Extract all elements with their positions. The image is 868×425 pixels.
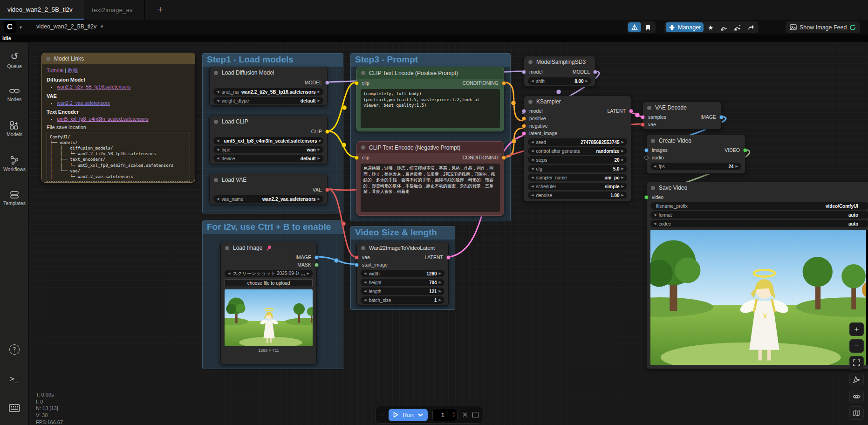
node-clip-text-encode-negative[interactable]: CLIP Text Encode (Negative Prompt) clip …	[356, 141, 504, 216]
chevron-down-icon[interactable]: ▼	[19, 25, 23, 30]
input-latent-image-port[interactable]	[522, 131, 526, 136]
node-wan22-image-to-video-latent[interactable]: Wan22ImageToVideoLatent vae LATENT start…	[356, 242, 449, 306]
text-encoder-link[interactable]: umt5_xxl_fp8_e4m3fn_scaled.safetensors	[57, 116, 149, 122]
input-start-image-port[interactable]	[355, 263, 359, 267]
output-conditioning-port[interactable]	[502, 156, 506, 160]
node-ksampler[interactable]: KSampler model LATENT positive negative …	[524, 96, 631, 202]
node-create-video[interactable]: Create Video images VIDEO audio ◀ fps 24…	[646, 135, 745, 174]
sidebar-item-models[interactable]: Models	[0, 121, 29, 137]
graph-view-button[interactable]	[628, 22, 641, 32]
widget-shift[interactable]: ◀ shift 8.00▶	[528, 77, 591, 85]
widget-sampler-name[interactable]: ◀ sampler_name uni_pc▶	[528, 174, 627, 181]
manager-button[interactable]: Manager	[666, 22, 704, 32]
collapse-dot[interactable]	[361, 71, 365, 75]
collapse-dot[interactable]	[225, 246, 229, 250]
widget-device[interactable]: ◀ device default▶	[213, 155, 323, 162]
sidebar-item-workflows[interactable]: Workflows	[0, 156, 29, 172]
sidebar-item-queue[interactable]: ↺ Queue	[0, 51, 29, 69]
output-latent-port[interactable]	[446, 255, 451, 260]
widget-codec[interactable]: ◀ codec auto	[650, 220, 868, 227]
input-clip-port[interactable]	[355, 156, 359, 160]
share-button[interactable]	[745, 22, 757, 32]
workflow-name-dropdown[interactable]: video_wan2_2_5B_ti2v ▼	[36, 23, 104, 30]
input-vae-port[interactable]	[355, 255, 359, 260]
collapse-dot[interactable]	[528, 60, 533, 64]
comfyui-logo-icon[interactable]: C	[4, 21, 16, 33]
refresh-green-icon[interactable]	[849, 24, 856, 31]
widget-width[interactable]: ◀ width 1280▶	[361, 270, 444, 277]
sidebar-item-help[interactable]: ?	[0, 344, 29, 356]
widget-unet-name[interactable]: ◀ unet_name wan2.2_ti2v_5B_fp16.safetens…	[213, 88, 323, 96]
widget-seed[interactable]: ◀ seed 274785682553745▶	[528, 138, 627, 146]
positive-prompt-text[interactable]: (completely, full body) (portrait,portra…	[361, 89, 500, 128]
tab-text2image[interactable]: text2image_av	[84, 0, 145, 20]
input-video-port[interactable]	[644, 195, 649, 199]
collapse-dot[interactable]	[46, 57, 50, 61]
vae-link[interactable]: wan2.2_vae.safetensors	[57, 100, 110, 106]
sidebar-item-nodes[interactable]: Nodes	[0, 87, 29, 102]
input-model-port[interactable]	[522, 70, 526, 74]
output-video-port[interactable]	[743, 148, 747, 152]
collapse-dot[interactable]	[214, 71, 218, 75]
sidebar-item-shortcuts[interactable]	[0, 404, 29, 413]
bookmark-button[interactable]	[642, 22, 654, 32]
input-audio-port[interactable]	[644, 156, 649, 160]
fit-view-button[interactable]	[849, 356, 864, 370]
widget-image-file[interactable]: ◀ スクリーンショット 2025-09-10 ...▶	[225, 270, 313, 277]
widget-weight-dtype[interactable]: ◀ weight_dtype default▶	[213, 97, 323, 104]
widget-height[interactable]: ◀ height 704▶	[361, 279, 444, 286]
input-negative-port[interactable]	[522, 124, 526, 128]
note-node-model-links[interactable]: Model Links Tutorial | 教程 Diffusion Mode…	[41, 53, 195, 183]
stop-button[interactable]	[472, 412, 478, 418]
minimap-button[interactable]	[849, 406, 864, 420]
node-vae-decode[interactable]: VAE Decode samples IMAGE vae	[642, 102, 722, 130]
drag-handle[interactable]: ∷	[380, 414, 384, 416]
output-clip-port[interactable]	[325, 130, 329, 134]
collapse-dot[interactable]	[651, 186, 655, 190]
sidebar-item-terminal[interactable]: >_	[0, 374, 29, 384]
widget-scheduler[interactable]: ◀ scheduler simple▶	[528, 183, 627, 190]
favorites-button[interactable]: ★	[704, 22, 717, 32]
widget-clip-name[interactable]: ◀ clip_… umt5_xxl_fp8_e4m3fn_scaled.safe…	[213, 137, 323, 144]
node-model-sampling-sd3[interactable]: ModelSamplingSD3 model MODEL ◀ shift 8.0…	[524, 56, 595, 87]
choose-file-button[interactable]: choose file to upload	[225, 279, 313, 287]
sidebar-item-templates[interactable]: Templates	[0, 191, 29, 206]
widget-fps[interactable]: ◀ fps 24▶	[650, 163, 741, 170]
input-samples-port[interactable]	[641, 115, 645, 119]
collapse-dot[interactable]	[647, 106, 651, 110]
clean-workflow-button[interactable]	[718, 22, 730, 32]
collapse-dot[interactable]	[361, 145, 365, 150]
tutorial-zh-link[interactable]: 教程	[68, 68, 78, 73]
widget-cfg[interactable]: ◀ cfg 5.0▶	[528, 165, 627, 172]
node-load-diffusion-model[interactable]: Load Diffusion Model MODEL ◀ unet_name w…	[209, 67, 328, 106]
node-load-vae[interactable]: Load VAE VAE ◀ vae_name wan2.2_vae.safet…	[209, 174, 328, 204]
clean-all-button[interactable]	[731, 22, 744, 32]
chevron-down-icon[interactable]	[418, 413, 423, 417]
widget-denoise[interactable]: ◀ denoise 1.00▶	[528, 192, 627, 199]
collapse-dot[interactable]	[361, 246, 365, 250]
widget-control-after-generate[interactable]: ◀ control after generate randomize▶	[528, 147, 627, 155]
diffusion-model-link[interactable]: wan2.2_ti2v_5B_fp16.safetensors	[57, 84, 130, 89]
collapse-dot[interactable]	[651, 139, 655, 143]
input-clip-port[interactable]	[355, 81, 359, 85]
node-clip-text-encode-positive[interactable]: CLIP Text Encode (Positive Prompt) clip …	[356, 67, 504, 131]
tab-video-wan[interactable]: video_wan2_2_5B_ti2v	[0, 0, 84, 20]
run-button[interactable]: Run	[389, 409, 428, 421]
image-preview[interactable]	[225, 289, 313, 346]
zoom-in-button[interactable]: +	[849, 322, 864, 336]
input-vae-port[interactable]	[641, 123, 645, 127]
select-mode-button[interactable]	[849, 373, 864, 386]
widget-steps[interactable]: ◀ steps 20▶	[528, 156, 627, 164]
negative-prompt-text[interactable]: 色调艳丽，过曝，静态，细节模糊不清，字幕，风格，作品，画作，画面，静止，整体发灰…	[361, 164, 500, 212]
new-workflow-button[interactable]: +	[154, 4, 167, 16]
output-model-port[interactable]	[325, 81, 329, 85]
output-vae-port[interactable]	[325, 188, 329, 192]
output-image-port[interactable]	[719, 115, 724, 119]
output-mask-port[interactable]	[314, 263, 319, 267]
video-preview[interactable]	[650, 230, 868, 365]
show-image-feed-button[interactable]: Show Image Feed	[787, 22, 859, 32]
collapse-dot[interactable]	[214, 120, 218, 124]
output-image-port[interactable]	[314, 255, 319, 260]
cancel-run-button[interactable]: ✕	[462, 411, 468, 419]
input-images-port[interactable]	[644, 148, 649, 152]
